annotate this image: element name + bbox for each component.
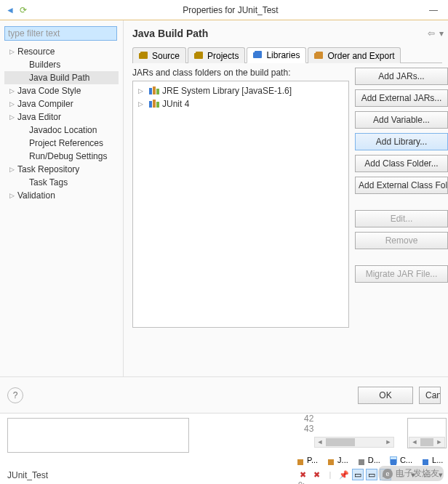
settings-pane: Java Build Path ⇦ ▾ SourceProjectsLibrar… [124,20,448,376]
outline-scrollbar[interactable]: ◄► [409,437,445,448]
list-item-label: JRE System Library [JavaSE-1.6] [162,86,292,96]
back-icon[interactable]: ◄ [4,4,16,16]
tree-item-label: Run/Debug Settings [29,151,107,161]
svg-rect-14 [297,459,303,465]
tree-item[interactable]: ▷Task Tags [4,176,119,189]
help-icon[interactable]: ? [7,387,23,403]
expander-icon[interactable]: ▷ [136,100,145,108]
expander-icon[interactable]: ▷ [7,191,16,200]
svg-rect-5 [255,51,262,54]
tree-item[interactable]: ▷Resource [4,45,119,58]
ok-button[interactable]: OK [358,387,413,404]
scroll-right-icon[interactable]: ► [383,437,393,447]
view-tab[interactable]: C... [390,454,412,466]
separator: | [324,469,336,480]
svg-rect-15 [328,459,334,465]
svg-rect-12 [153,100,156,108]
filter-input[interactable] [4,26,117,41]
tree-item[interactable]: ▷Javadoc Location [4,124,119,137]
tab[interactable]: Projects [188,47,245,63]
action-button: Remove [355,232,448,249]
watermark-logo-icon: e [383,469,393,479]
action-button[interactable]: Add Variable... [355,111,448,129]
svg-rect-1 [140,52,148,55]
svg-rect-8 [149,88,152,94]
pin-icon[interactable]: 📌 [338,469,350,480]
expander-icon[interactable]: ▷ [7,47,16,56]
dialog-footer: ? OK Cancel [0,376,448,413]
view-tab[interactable]: D... [358,454,380,466]
remove-all-icon[interactable]: ✖ [311,469,322,480]
view-tabs: P...J...D...C...L... [297,454,448,466]
tab-label: Source [152,51,180,61]
tree-item[interactable]: ▷Run/Debug Settings [4,150,119,163]
action-button[interactable]: Add External JARs... [355,89,448,107]
expander-icon[interactable]: ▷ [7,113,16,121]
editor-scrollbar[interactable]: ◄ ► [314,437,394,448]
library-icon [149,86,159,95]
tree-item-label: Java Code Style [17,86,81,96]
list-item-label: JUnit 4 [162,99,189,109]
tab[interactable]: Source [132,47,186,63]
tab-label: Order and Export [327,51,394,61]
tab-label: Libraries [266,50,300,60]
tree-item-label: Project References [29,138,103,148]
action-button[interactable]: Add External Class Folder... [355,177,448,194]
svg-rect-17 [391,459,396,465]
action-button[interactable]: Add JARs... [355,68,448,85]
scroll-lock-icon[interactable]: ▭ [366,469,377,480]
expander-icon[interactable]: ▷ [136,86,145,95]
tree-item[interactable]: ▷Project References [4,137,119,150]
tree-item-label: Validation [17,190,55,201]
view-tab[interactable]: L... [422,454,443,466]
list-item[interactable]: ▷JUnit 4 [136,97,345,110]
list-item[interactable]: ▷JRE System Library [JavaSE-1.6] [136,84,345,97]
console-icon[interactable]: ▭ [352,469,364,480]
cancel-button[interactable]: Cancel [419,387,441,404]
action-button: Edit... [355,210,448,227]
tree-item[interactable]: ▷Java Editor [4,110,119,124]
tree-item[interactable]: ▷Validation [4,189,119,202]
tree-item-label: Java Build Path [29,73,89,83]
expander-icon[interactable]: ▷ [7,100,16,108]
tab[interactable]: Order and Export [308,47,401,63]
tab-icon [253,51,263,60]
action-button[interactable]: Add Class Folder... [355,155,448,172]
tree-item[interactable]: ▷Java Build Path [4,71,119,84]
remove-icon[interactable]: ✖ [297,469,308,480]
svg-rect-11 [149,101,152,108]
tab-bar: SourceProjectsLibrariesOrder and Export [132,47,442,63]
tree-item[interactable]: ▷Task Repository [4,163,119,176]
window-title: Properties for JUnit_Test [38,5,423,15]
libraries-list[interactable]: ▷JRE System Library [JavaSE-1.6]▷JUnit 4 [132,81,349,328]
action-button[interactable]: Add Library... [355,133,448,150]
tab-icon [194,52,204,60]
nav-fwd-icon[interactable]: ▾ [439,28,448,39]
tree-item-label: Javadoc Location [29,125,97,135]
scroll-left-icon[interactable]: ◄ [315,437,325,447]
tree-item[interactable]: ▷Java Compiler [4,97,119,110]
tree-item-label: Task Repository [17,164,79,174]
refresh-icon[interactable]: ⟳ [17,4,29,16]
svg-rect-9 [153,86,156,94]
page-heading: Java Build Path [132,28,428,39]
tree-item-label: Builders [29,60,60,70]
package-explorer-panel[interactable] [7,418,189,453]
library-icon [149,100,159,108]
expander-icon[interactable]: ▷ [7,86,16,95]
svg-rect-18 [423,459,428,465]
tab-label: Projects [207,51,239,61]
ide-background: JUnit_Test 42 43 ◄ ► ◄► P...J...D...C...… [0,413,448,484]
view-tab[interactable]: P... [297,454,318,466]
minimize-button[interactable]: — [423,3,444,17]
tab[interactable]: Libraries [247,47,306,63]
nav-back-icon[interactable]: ⇦ [428,28,439,39]
expander-icon[interactable]: ▷ [7,165,16,174]
tree-item[interactable]: ▷Java Code Style [4,84,119,97]
tree-item[interactable]: ▷Builders [4,58,119,71]
list-description: JARs and class folders on the build path… [132,68,349,78]
scroll-thumb[interactable] [326,438,355,446]
editor-line-numbers: 42 43 [304,414,313,434]
view-tab[interactable]: J... [327,454,348,466]
tab-icon [139,52,149,60]
